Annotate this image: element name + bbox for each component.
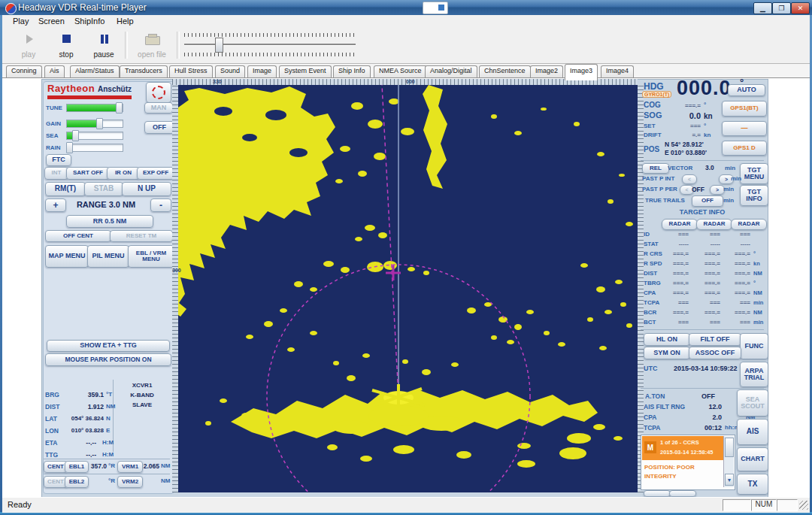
auto-button[interactable]: AUTO [728,84,765,96]
alarm-scrollbar[interactable]: ▼ [723,436,734,487]
menu-help[interactable]: Help [114,17,137,26]
radar-source-button-2[interactable]: RADAR [696,219,732,230]
dist-label: DIST [45,403,59,410]
stab-button[interactable]: STAB [84,182,123,196]
alarm-scroll-thumb[interactable] [725,438,734,457]
sea-scout-button[interactable]: SEA SCOUT [737,389,768,417]
tab-chnsentence[interactable]: ChnSentence [479,65,531,78]
set-label: SET [644,123,656,129]
minimize-button[interactable]: ▁ [753,2,772,14]
tab-analog-digital[interactable]: Analog/Digital [425,65,477,78]
tab-ship-info[interactable]: Ship Info [333,65,371,78]
tab-system-event[interactable]: System Event [279,65,332,78]
tab-image4[interactable]: Image4 [601,65,634,78]
open-file-button[interactable]: open file [130,30,174,60]
tgt-info-button[interactable]: TGT INFO [740,185,768,206]
func-button[interactable]: FUNC [740,333,768,359]
man-button[interactable]: MAN [144,102,173,114]
ebl2-button[interactable]: EBL2 [65,476,89,488]
app-logo-icon[interactable] [5,3,17,14]
rain-thumb[interactable] [66,142,73,153]
chart-button[interactable]: CHART [737,447,768,471]
map-menu-button[interactable]: MAP MENU [45,245,89,268]
gps1-d-button[interactable]: GPS1 D [722,141,767,156]
assoc-off-button[interactable]: ASSOC OFF [689,347,741,359]
off-button[interactable]: OFF [144,121,174,134]
brand-underline [47,95,132,99]
alarm-list[interactable]: M 1 of 26 - CCRS 2015-03-14 12:58:45 POS… [641,435,735,490]
filt-off-button[interactable]: FILT OFF [689,333,741,346]
resize-grip[interactable] [799,501,808,510]
pause-button[interactable]: pause [83,30,124,60]
off-cent-button[interactable]: OFF CENT [45,230,111,242]
pil-menu-button[interactable]: PIL MENU [87,245,129,268]
gain-thumb[interactable] [96,118,103,129]
range-rings-button[interactable]: RR 0.5 NM [66,215,153,228]
seek-thumb[interactable] [215,38,223,53]
vrm2-button[interactable]: VRM2 [117,476,143,488]
reset-tm-button[interactable]: RESET TM [110,230,173,242]
rmt-button[interactable]: RM(T) [45,182,86,196]
radar-display[interactable] [178,85,638,492]
alarm-m-badge: M [644,441,656,453]
gain-slider[interactable] [66,120,123,128]
true-trails-off-button[interactable]: OFF [692,195,723,207]
table-row-id: ID === === === [641,231,767,241]
cutoff-button-1[interactable] [644,490,671,497]
rain-slider[interactable] [66,144,123,152]
tab-transducers[interactable]: Transducers [120,65,168,78]
blank-source-button[interactable]: — [722,121,767,136]
ebl-vrm-menu-button[interactable]: EBL / VRM MENU [128,245,174,268]
sym-on-button[interactable]: SYM ON [644,347,690,359]
sea-thumb[interactable] [72,130,79,141]
range-readout: RANGE 3.0 NM [65,200,147,209]
menu-play[interactable]: Play [10,17,32,26]
radar-source-button-3[interactable]: RADAR [731,219,767,230]
cutoff-button-2[interactable] [669,490,696,497]
int-button[interactable]: INT [44,167,68,180]
past-pint-dec-button[interactable]: < [682,174,697,184]
tab-nmea-source[interactable]: NMEA Source [374,65,427,78]
past-pper-inc-button[interactable]: > [710,185,725,195]
brand-gear-button[interactable] [146,82,171,103]
tune-thumb[interactable] [116,102,123,114]
radar-source-button-1[interactable]: RADAR [662,219,698,230]
tune-slider[interactable] [66,104,123,112]
show-eta-ttg-button[interactable]: SHOW ETA + TTG [47,340,170,352]
sea-label: SEA [46,132,58,139]
maximize-button[interactable]: ❐ [772,2,791,14]
tgt-menu-button[interactable]: TGT MENU [740,163,768,184]
tab-ais[interactable]: Ais [44,65,65,78]
north-up-button[interactable]: N UP [122,182,171,196]
menu-screen[interactable]: Screen [35,17,68,26]
arpa-trial-button[interactable]: ARPA TRIAL [740,362,768,387]
ftc-button[interactable]: FTC [46,154,71,166]
range-plus-button[interactable]: + [45,198,66,212]
alarm-selected-row[interactable]: M 1 of 26 - CCRS 2015-03-14 12:58:45 [642,436,723,460]
status-text: Ready [8,500,32,509]
seek-track[interactable] [184,44,356,46]
range-minus-button[interactable]: - [150,198,171,212]
tab-image3[interactable]: Image3 [565,64,598,80]
past-pint-label: PAST P INT [642,175,674,182]
tab-alarm-status[interactable]: Alarm/Status [70,65,120,78]
rel-button[interactable]: REL [642,163,669,174]
play-button[interactable]: play [8,30,49,60]
exp-off-button[interactable]: EXP OFF [137,167,174,180]
tab-image[interactable]: Image [247,65,277,78]
ais-button[interactable]: AIS [737,419,768,445]
tab-hull-stress[interactable]: Hull Stress [169,65,213,78]
menu-shipinfo[interactable]: ShipInfo [71,17,108,26]
ir-on-button[interactable]: IR ON [107,167,140,180]
gps1-bt-button[interactable]: GPS1(BT) [722,101,767,117]
alarm-scroll-down-icon[interactable]: ▼ [725,474,734,486]
tx-button[interactable]: TX [737,474,768,495]
sart-off-button[interactable]: SART OFF [66,167,110,180]
close-button[interactable]: ✕ [791,2,810,14]
stop-button[interactable]: stop [46,30,86,60]
tab-conning[interactable]: Conning [6,65,42,78]
mouse-park-button[interactable]: MOUSE PARK POSITION ON [45,353,171,366]
tab-image2[interactable]: Image2 [530,65,563,78]
tab-sound[interactable]: Sound [215,65,245,78]
hl-on-button[interactable]: HL ON [644,333,690,346]
